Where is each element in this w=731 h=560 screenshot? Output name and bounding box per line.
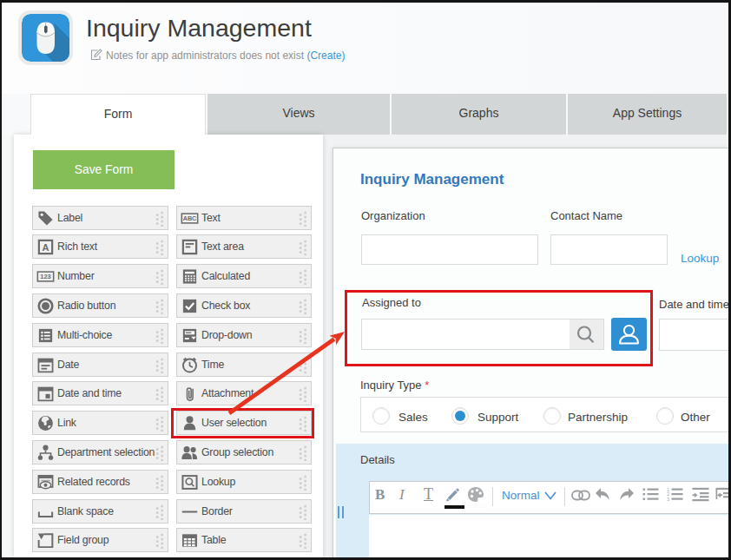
svg-text:123: 123 <box>40 273 51 281</box>
svg-text:ABC: ABC <box>183 215 197 222</box>
svg-text:3: 3 <box>667 497 669 502</box>
svg-text:A: A <box>43 242 49 253</box>
